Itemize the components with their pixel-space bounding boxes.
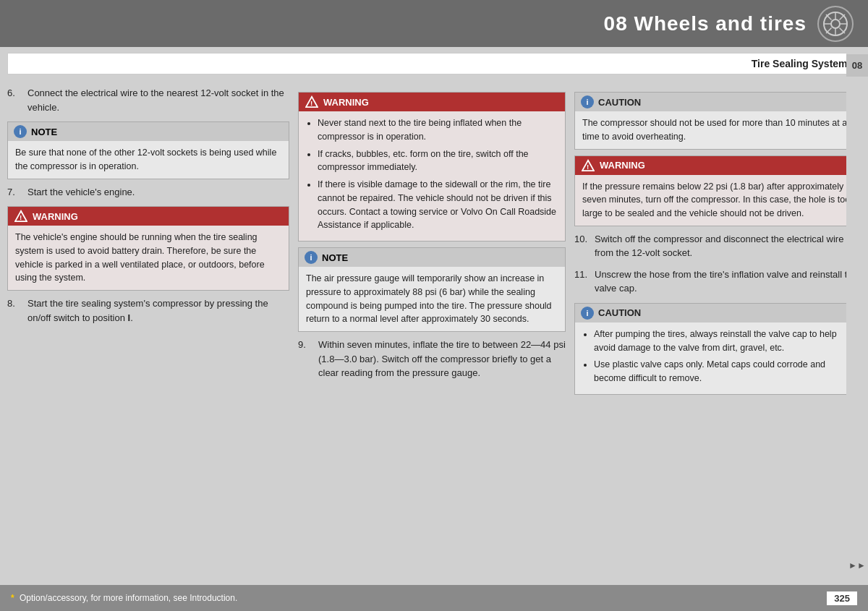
warning-box-1: ! WARNING The vehicle's engine should be… — [7, 206, 289, 291]
page-header: 08 Wheels and tires — [0, 0, 868, 47]
wheel-icon — [817, 6, 854, 42]
step-11-number: 11. — [574, 268, 595, 296]
note-label-2: NOTE — [322, 252, 348, 263]
warning-icon-2: ! — [305, 95, 319, 108]
step-11-text: Unscrew the hose from the tire's inflati… — [595, 268, 861, 296]
caution-label-1: CAUTION — [598, 97, 641, 108]
note-box-2: i NOTE The air pressure gauge will tempo… — [298, 247, 566, 332]
step-9-text: Within seven minutes, inflate the tire t… — [318, 338, 566, 380]
step-6-number: 6. — [7, 86, 27, 114]
right-sidebar: 08 ►► — [846, 47, 868, 585]
svg-point-1 — [831, 20, 840, 28]
page-number: 325 — [827, 591, 857, 605]
warning-label-1: WARNING — [33, 211, 78, 222]
step-10: 10. Switch off the compressor and discon… — [574, 232, 861, 260]
caution-header-2: i CAUTION — [575, 304, 860, 322]
note-header-1: i NOTE — [8, 122, 289, 141]
warning-label-3: WARNING — [600, 160, 645, 171]
note-body-1: Be sure that none of the other 12-volt s… — [8, 141, 289, 179]
mid-column: ! WARNING Never stand next to the tire b… — [298, 86, 566, 579]
step-8-number: 8. — [7, 296, 27, 325]
warning-body-1: The vehicle's engine should be running w… — [8, 226, 289, 290]
caution-box-2: i CAUTION After pumping the tires, alway… — [574, 303, 861, 395]
step-9: 9. Within seven minutes, inflate the tir… — [298, 338, 566, 380]
warning-bullet-3: If there is visible damage to the sidewa… — [318, 178, 558, 232]
warning-bullet-1: Never stand next to the tire being infla… — [318, 116, 558, 144]
footer-text-content: Option/accessory, for more information, … — [20, 593, 237, 603]
step-10-number: 10. — [574, 232, 595, 260]
warning-box-3: ! WARNING If the pressure remains below … — [574, 155, 861, 226]
left-column: 6. Connect the electrical wire to the ne… — [7, 86, 289, 579]
page-footer: * Option/accessory, for more information… — [0, 585, 868, 611]
warning-header-3: ! WARNING — [575, 156, 860, 175]
caution-icon-2: i — [581, 307, 594, 320]
warning-header-1: ! WARNING — [8, 207, 289, 226]
svg-text:!: ! — [587, 163, 589, 171]
footer-note: * Option/accessory, for more information… — [11, 593, 827, 603]
sidebar-chapter-number: 08 — [846, 54, 868, 77]
step-10-text: Switch off the compressor and disconnect… — [595, 232, 861, 260]
warning-body-3: If the pressure remains below 22 psi (1.… — [575, 175, 860, 226]
warning-header-2: ! WARNING — [299, 93, 565, 111]
warning-label-2: WARNING — [323, 97, 369, 108]
note-icon-1: i — [14, 125, 27, 138]
step-8: 8. Start the tire sealing system's compr… — [7, 296, 289, 325]
section-title: Tire Sealing System* — [7, 53, 861, 74]
warning-icon-3: ! — [581, 159, 595, 172]
step-6-text: Connect the electrical wire to the neare… — [27, 86, 289, 114]
step-11: 11. Unscrew the hose from the tire's inf… — [574, 268, 861, 296]
warning-body-2: Never stand next to the tire being infla… — [299, 111, 565, 241]
note-label-1: NOTE — [31, 127, 57, 137]
note-box-1: i NOTE Be sure that none of the other 12… — [7, 121, 289, 179]
svg-text:!: ! — [310, 99, 312, 107]
warning-box-2: ! WARNING Never stand next to the tire b… — [298, 92, 566, 242]
caution-icon-1: i — [581, 95, 594, 108]
right-column: i CAUTION The compressor should not be u… — [574, 86, 861, 579]
caution-header-1: i CAUTION — [575, 93, 860, 111]
main-content: 6. Connect the electrical wire to the ne… — [0, 80, 868, 585]
step-9-number: 9. — [298, 338, 318, 380]
warning-icon-1: ! — [14, 210, 28, 223]
caution-body-2: After pumping the tires, always reinstal… — [575, 322, 860, 394]
chapter-title: 08 Wheels and tires — [604, 12, 807, 35]
svg-text:!: ! — [20, 213, 22, 221]
step-7-text: Start the vehicle's engine. — [27, 185, 135, 200]
caution-bullet-2: Use plastic valve caps only. Metal caps … — [594, 358, 853, 385]
caution-label-2: CAUTION — [598, 307, 641, 318]
note-body-2: The air pressure gauge will temporarily … — [299, 267, 565, 331]
footer-asterisk: * — [11, 593, 14, 603]
note-header-2: i NOTE — [299, 248, 565, 267]
note-icon-2: i — [305, 251, 318, 264]
caution-bullet-1: After pumping the tires, always reinstal… — [594, 328, 853, 355]
step-7-number: 7. — [7, 185, 27, 200]
step-6: 6. Connect the electrical wire to the ne… — [7, 86, 289, 114]
next-arrows: ►► — [848, 560, 866, 571]
caution-box-1: i CAUTION The compressor should not be u… — [574, 92, 861, 150]
warning-bullet-2: If cracks, bubbles, etc. form on the tir… — [318, 148, 558, 175]
caution-body-1: The compressor should not be used for mo… — [575, 111, 860, 149]
step-8-text: Start the tire sealing system's compress… — [27, 296, 289, 325]
step-7: 7. Start the vehicle's engine. — [7, 185, 289, 200]
